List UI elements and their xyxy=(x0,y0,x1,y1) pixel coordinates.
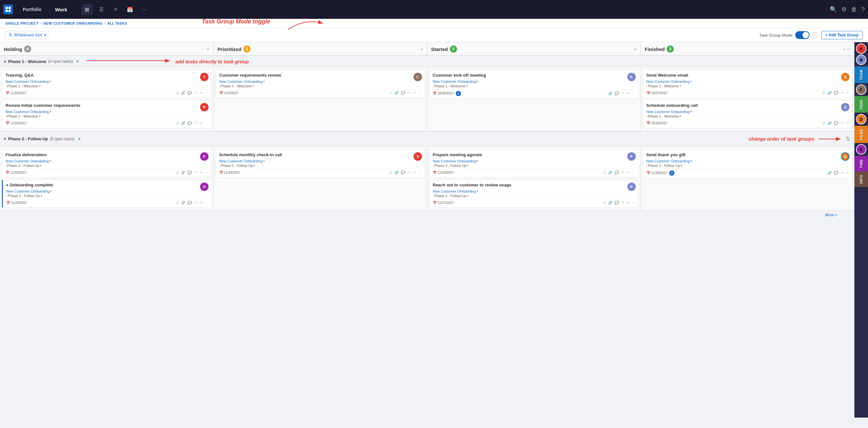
task-arrow-icon11[interactable]: → xyxy=(631,201,635,205)
task-checklist-icon3[interactable]: ☰ xyxy=(389,91,393,95)
task-comment-icon[interactable]: 💬 xyxy=(187,91,192,95)
phase2-collapse-icon[interactable]: ▾ xyxy=(4,136,6,141)
avatar-1[interactable]: A xyxy=(856,43,866,54)
task-arrow-icon3[interactable]: → xyxy=(418,91,421,95)
task-card-thank-you[interactable]: G Send thank you gift New Customer Onboa… xyxy=(643,150,853,178)
task-link-icon9[interactable]: 🔗 xyxy=(394,170,399,175)
task-link-icon2[interactable]: 🔗 xyxy=(181,121,185,125)
more-link[interactable]: More > xyxy=(0,210,855,219)
task-checklist-icon6[interactable]: ☰ xyxy=(822,121,826,125)
task-checklist-icon10[interactable]: ☰ xyxy=(603,170,606,175)
task-project-thank-you[interactable]: New Customer Onboarding ▾ xyxy=(647,159,849,163)
task-arrow-icon7[interactable]: → xyxy=(204,170,208,174)
task-clock-icon2[interactable]: ⏱ xyxy=(194,121,197,125)
task-arrow-icon[interactable]: → xyxy=(204,91,208,95)
task-card-review-initial[interactable]: R Review initial customer requirements N… xyxy=(2,100,212,128)
task-edit-icon3[interactable]: ✏ xyxy=(413,91,416,95)
task-project-meeting-agenda[interactable]: New Customer Onboarding ▾ xyxy=(433,159,635,163)
task-card-reach-out[interactable]: R Reach out to customer to review usage … xyxy=(429,179,639,208)
task-edit-icon6[interactable]: ✏ xyxy=(846,121,849,125)
grid-view-icon[interactable]: ⊞ xyxy=(82,4,93,15)
task-comment-icon2[interactable]: 💬 xyxy=(187,121,192,125)
task-checklist-icon8[interactable]: ☰ xyxy=(176,201,179,205)
task-checklist-icon2[interactable]: ☰ xyxy=(176,121,179,125)
task-card-kickoff[interactable]: K Customer kick-off meeting New Customer… xyxy=(429,70,639,99)
work-tab[interactable]: Work xyxy=(50,5,73,14)
avatar-5[interactable]: E xyxy=(856,144,866,155)
task-clock-icon8[interactable]: ⏱ xyxy=(194,201,197,205)
sidebar-tab-feed[interactable]: FEED xyxy=(855,96,868,113)
task-edit-icon10[interactable]: ✏ xyxy=(627,170,629,175)
task-checklist-icon9[interactable]: ☰ xyxy=(389,170,393,175)
task-link-icon3[interactable]: 🔗 xyxy=(394,91,399,95)
task-edit-icon12[interactable]: ✏ xyxy=(846,171,849,175)
settings-nav-icon[interactable]: ⚙ xyxy=(841,6,846,13)
task-project-kickoff[interactable]: New Customer Onboarding ▾ xyxy=(433,79,635,84)
task-project-onboarding-call[interactable]: New Customer Onboarding ▾ xyxy=(647,110,849,114)
task-comment-icon8[interactable]: 💬 xyxy=(187,201,192,205)
task-project-finalize[interactable]: New Customer Onboarding ▾ xyxy=(5,159,208,163)
task-edit-icon2[interactable]: ✏ xyxy=(199,121,203,125)
trash-nav-icon[interactable]: 🗑 xyxy=(851,6,857,13)
task-comment-icon4[interactable]: 💬 xyxy=(615,91,619,96)
task-edit-icon4[interactable]: ✏ xyxy=(627,91,629,96)
task-comment-icon3[interactable]: 💬 xyxy=(401,91,405,95)
collapse-holding-icon[interactable]: « xyxy=(207,46,210,52)
task-edit-icon11[interactable]: ✏ xyxy=(627,201,629,205)
task-clock-icon10[interactable]: ⏱ xyxy=(621,170,625,174)
task-project-onboarding-complete[interactable]: New Customer Onboarding ▾ xyxy=(6,189,208,193)
breadcrumb-part1[interactable]: SINGLE PROJECT xyxy=(5,22,39,25)
task-checklist-icon7[interactable]: ☰ xyxy=(176,170,179,175)
task-link-icon8[interactable]: 🔗 xyxy=(181,201,185,205)
task-group-mode-toggle[interactable] xyxy=(795,31,809,39)
phase2-add-icon[interactable]: + xyxy=(78,136,81,142)
collapse-finished-icon[interactable]: « xyxy=(843,47,845,52)
portfolio-tab[interactable]: Portfolio xyxy=(17,5,48,14)
collapse-started-icon[interactable]: « xyxy=(634,46,637,52)
sidebar-tab-time[interactable]: TIME xyxy=(855,156,868,171)
task-checklist-icon[interactable]: ☰ xyxy=(176,91,179,95)
task-edit-icon9[interactable]: ✏ xyxy=(413,170,416,175)
task-checklist-icon11[interactable]: ☰ xyxy=(603,201,606,205)
task-comment-icon7[interactable]: 💬 xyxy=(187,170,192,175)
task-checklist-icon5[interactable]: ☰ xyxy=(822,91,826,95)
task-project-training[interactable]: New Customer Onboarding ▾ xyxy=(5,79,208,84)
add-task-group-button[interactable]: + Add Task Group xyxy=(821,31,863,39)
whiteboard-sort-button[interactable]: ⇅ Whiteboard Sort ▾ xyxy=(5,31,50,39)
task-clock-icon4[interactable]: ⏱ xyxy=(621,92,625,96)
task-group-info-icon[interactable]: i xyxy=(812,32,818,38)
task-card-customer-req[interactable]: C Customer requirements review New Custo… xyxy=(216,70,425,98)
avatar-2[interactable]: B xyxy=(856,55,866,65)
task-link-icon4[interactable]: 🔗 xyxy=(608,91,613,96)
avatar-3[interactable]: C xyxy=(856,85,866,95)
breadcrumb-part3[interactable]: ALL TASKS xyxy=(107,22,127,25)
phase1-collapse-icon[interactable]: ▾ xyxy=(4,59,6,64)
minimize-finished-icon[interactable]: — xyxy=(846,47,850,51)
task-clock-icon3[interactable]: ⏱ xyxy=(407,91,411,95)
lines-view-icon[interactable]: ≡ xyxy=(110,4,121,15)
task-clock-icon5[interactable]: ⏱ xyxy=(840,91,844,95)
task-comment-icon11[interactable]: 💬 xyxy=(615,201,619,205)
breadcrumb-part2[interactable]: NEW CUSTOMER ONBOARDING xyxy=(43,22,102,25)
task-arrow-icon10[interactable]: → xyxy=(631,170,635,174)
task-comment-icon9[interactable]: 💬 xyxy=(401,170,405,175)
task-link-icon11[interactable]: 🔗 xyxy=(608,201,613,205)
task-card-onboarding-call[interactable]: O Schedule onboarding call New Customer … xyxy=(643,100,853,128)
task-arrow-icon9[interactable]: → xyxy=(418,170,421,174)
task-card-meeting-agenda[interactable]: P Prepare meeting agenda New Customer On… xyxy=(429,150,639,177)
more-view-icon[interactable]: ⋯ xyxy=(139,4,150,15)
calendar-view-icon[interactable]: 📅 xyxy=(124,4,135,15)
task-link-icon12[interactable]: 🔗 xyxy=(827,171,832,175)
task-clock-icon12[interactable]: ⏱ xyxy=(840,171,844,175)
task-edit-icon5[interactable]: ✏ xyxy=(846,91,849,95)
task-card-welcome-email[interactable]: S Send Welcome email New Customer Onboar… xyxy=(643,70,853,98)
task-clock-icon6[interactable]: ⏱ xyxy=(840,121,844,125)
sidebar-tab-files[interactable]: FILES xyxy=(855,126,868,143)
task-clock-icon11[interactable]: ⏱ xyxy=(621,201,625,205)
task-project-checkin-call[interactable]: New Customer Onboarding ▾ xyxy=(219,159,422,163)
avatar-4[interactable]: D xyxy=(856,114,866,124)
app-logo[interactable] xyxy=(3,5,13,14)
task-comment-icon12[interactable]: 💬 xyxy=(834,171,838,175)
task-comment-icon5[interactable]: 💬 xyxy=(834,91,838,95)
task-card-onboarding-complete[interactable]: O ♦ Onboarding complete New Customer Onb… xyxy=(2,179,212,208)
